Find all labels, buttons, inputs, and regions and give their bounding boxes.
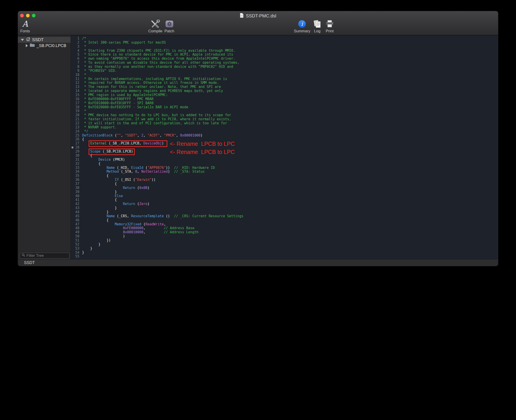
- code-line: * NVRAM support.: [82, 126, 243, 129]
- line-number: 13: [71, 85, 79, 89]
- code-line: }: [82, 243, 243, 247]
- folder-icon: [30, 43, 35, 48]
- line-number: 26: [71, 137, 79, 142]
- line-number: 48: [71, 226, 79, 230]
- line-number: 10: [71, 73, 79, 77]
- line-number: 6: [71, 57, 79, 61]
- code-line: }: [82, 247, 243, 251]
- line-number: 53: [71, 247, 79, 251]
- code-line: * 0xFE000000~0xFE00FFFF - PMC MBAR: [82, 97, 243, 101]
- line-number: 24: [71, 129, 79, 134]
- line-number: 43: [71, 206, 79, 210]
- print-label: Print: [325, 29, 334, 33]
- line-number: 27: [71, 142, 79, 146]
- code-line: }: [82, 210, 243, 214]
- home-icon: [26, 37, 30, 43]
- line-number: 12: [71, 81, 79, 85]
- code-line: * 0xFE020000~0xFE035FFF - SerialIo BAR i…: [82, 105, 243, 109]
- line-number: 44: [71, 210, 79, 214]
- fonts-icon: A: [22, 19, 28, 29]
- line-number: 50: [71, 234, 79, 239]
- desktop-background: SSDT-PMC.dsl A Fonts Compile: [0, 0, 516, 420]
- line-number: 29: [71, 150, 79, 154]
- line-number: 49: [71, 230, 79, 234]
- line-number: 11: [71, 77, 79, 81]
- printer-icon: [325, 19, 334, 29]
- line-marker-dot: [71, 146, 74, 149]
- code-line: Device (PMCR): [82, 158, 243, 162]
- status-text: SSDT: [24, 260, 35, 265]
- tree-item-lpcb[interactable]: _SB.PCI0.LPCB: [18, 43, 70, 49]
- code-line: * Intel 300-series PMC support for macOS: [82, 41, 243, 45]
- code-line: [82, 255, 243, 259]
- code-line: {: [82, 174, 243, 178]
- line-number: 5: [71, 53, 79, 57]
- app-window: SSDT-PMC.dsl A Fonts Compile: [18, 11, 498, 266]
- fonts-button[interactable]: A Fonts: [20, 19, 30, 33]
- code-line: * Starting from Z390 chipsets PMC (D31:F…: [82, 49, 243, 53]
- code-line: DefinitionBlock ("", "SSDT", 2, "ACDT", …: [82, 134, 243, 138]
- disclosure-expanded-icon[interactable]: [21, 39, 24, 41]
- line-number: 20: [71, 113, 79, 117]
- line-number: 8: [71, 65, 79, 69]
- line-number: 9: [71, 69, 79, 73]
- code-line: Return (0x0B): [82, 186, 243, 190]
- compile-button[interactable]: Compile: [148, 19, 162, 33]
- info-icon: i: [294, 19, 311, 29]
- search-icon: [22, 253, 25, 258]
- code-line: ): [82, 234, 243, 239]
- log-button[interactable]: Log: [313, 19, 321, 33]
- patch-label: Patch: [164, 29, 174, 33]
- line-number: 52: [71, 243, 79, 247]
- code-line: * as they normally use another non-stand…: [82, 65, 243, 69]
- annotation-box-scope: [89, 149, 135, 155]
- line-number: 45: [71, 214, 79, 218]
- compile-label: Compile: [148, 29, 162, 33]
- code-line: Return (Zero): [82, 202, 243, 206]
- line-number: 46: [71, 218, 79, 222]
- code-line: {: [82, 182, 243, 186]
- line-number: 15: [71, 93, 79, 97]
- window-title: SSDT-PMC.dsl: [246, 13, 276, 19]
- code-line: /*: [82, 37, 243, 41]
- code-line: * On certain implementations, including …: [82, 77, 243, 81]
- patch-button[interactable]: Patch: [164, 19, 174, 33]
- tree-item-label: _SB.PCI0.LPCB: [37, 43, 66, 48]
- code-line: *: [82, 73, 243, 77]
- line-number: 42: [71, 202, 79, 206]
- disclosure-collapsed-icon[interactable]: [26, 44, 28, 47]
- summary-button[interactable]: i Summary: [294, 19, 311, 33]
- filter-tree-input[interactable]: [26, 253, 67, 258]
- code-line: */: [82, 129, 243, 134]
- tree-item-label: SSDT: [32, 37, 44, 42]
- line-number: 40: [71, 194, 79, 198]
- filter-strip: [18, 252, 70, 259]
- code-line: * Since there is no standard device for …: [82, 53, 243, 57]
- fonts-label: Fonts: [20, 29, 30, 33]
- line-number: 36: [71, 178, 79, 182]
- line-number: 34: [71, 170, 79, 174]
- sidebar-tree: SSDT _SB.PCI0.LPCB: [18, 35, 71, 259]
- code-editor[interactable]: 1234567891011121314151617181920212223242…: [71, 35, 498, 259]
- line-number: 21: [71, 117, 79, 121]
- line-number: 3: [71, 45, 79, 49]
- line-number: 38: [71, 186, 79, 190]
- code-line: Name (_HID, EisaId ("APP9876")) // _HID:…: [82, 166, 243, 170]
- print-button[interactable]: Print: [325, 19, 334, 33]
- annotation-label-rename-2: <- Rename LPCB to LPC: [170, 149, 235, 155]
- code-line: {: [82, 218, 243, 222]
- line-number: 47: [71, 222, 79, 226]
- line-number: 19: [71, 109, 79, 113]
- line-number: 22: [71, 121, 79, 126]
- code-line: 0x00010000, // Address Length: [82, 230, 243, 234]
- line-number: 37: [71, 182, 79, 186]
- code-line: *: [82, 109, 243, 113]
- line-number: 54: [71, 251, 79, 255]
- filter-field[interactable]: [20, 253, 69, 259]
- line-number: 32: [71, 162, 79, 166]
- code-line: }: [82, 190, 243, 194]
- line-number: 31: [71, 158, 79, 162]
- tree-item-ssdt[interactable]: SSDT: [18, 37, 70, 43]
- line-number: 33: [71, 166, 79, 170]
- code-line: * required for NVRAM access. Otherwise i…: [82, 81, 243, 85]
